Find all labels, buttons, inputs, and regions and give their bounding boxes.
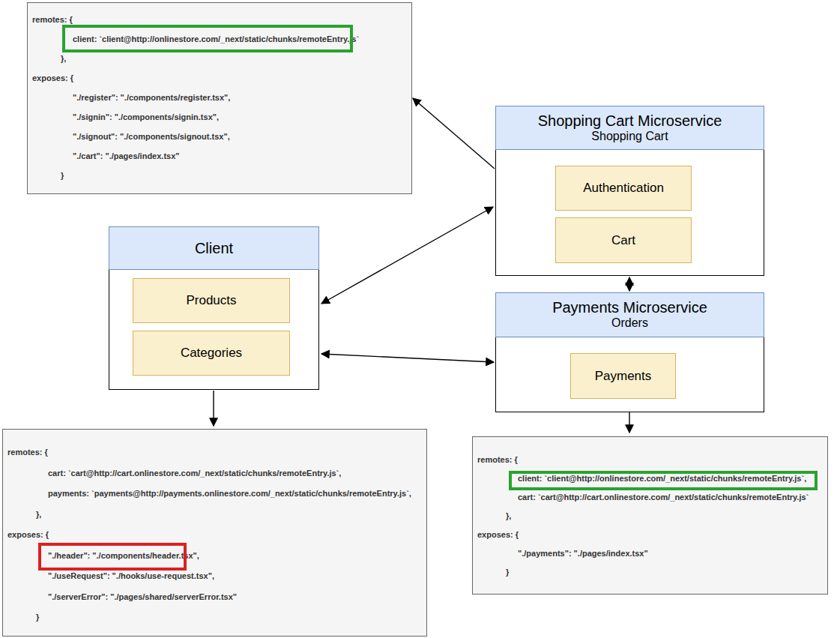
shopping-cart-service-subtitle: Shopping Cart bbox=[591, 130, 668, 143]
code-line: payments: `payments@http://payments.onli… bbox=[3, 484, 426, 505]
code-line: exposes: { bbox=[473, 526, 827, 544]
module-authentication: Authentication bbox=[555, 166, 692, 211]
microservices-diagram-canvas: remotes: { client: `client@http://online… bbox=[0, 0, 840, 638]
red-highlight-box bbox=[38, 543, 187, 571]
green-highlight-box bbox=[62, 25, 353, 52]
code-line: } bbox=[473, 563, 827, 582]
module-products: Products bbox=[133, 278, 290, 323]
payments-service-subtitle: Orders bbox=[611, 316, 648, 330]
shopping-cart-service-title: Shopping Cart Microservice bbox=[538, 112, 722, 130]
shopping-cart-service-box: Shopping Cart Microservice Shopping Cart… bbox=[495, 106, 764, 276]
code-line: "./signin": "./components/signin.tsx", bbox=[28, 107, 411, 127]
code-line: } bbox=[28, 166, 411, 185]
module-payments: Payments bbox=[570, 353, 676, 399]
code-line: "./signout": "./components/signout.tsx", bbox=[28, 127, 411, 146]
payments-service-title: Payments Microservice bbox=[552, 299, 707, 316]
code-block-client-config: remotes: { cart: `cart@http://cart.onlin… bbox=[2, 429, 427, 637]
payments-service-box: Payments Microservice Orders Payments bbox=[495, 292, 764, 412]
arrow-client-to-payments-service bbox=[321, 354, 494, 362]
code-line: remotes: { bbox=[3, 442, 426, 463]
payments-service-header: Payments Microservice Orders bbox=[495, 292, 764, 337]
code-line: } bbox=[3, 607, 426, 628]
code-line: remotes: { bbox=[473, 451, 827, 469]
module-categories: Categories bbox=[133, 331, 290, 376]
arrow-cart-service-to-cart-config bbox=[413, 98, 495, 169]
code-line: exposes: { bbox=[28, 68, 411, 88]
code-line: "./payments": "./pages/index.tsx" bbox=[473, 544, 827, 563]
code-line: }, bbox=[473, 507, 827, 526]
module-cart: Cart bbox=[555, 217, 692, 263]
shopping-cart-service-header: Shopping Cart Microservice Shopping Cart bbox=[495, 106, 764, 150]
code-line: "./register": "./components/register.tsx… bbox=[28, 88, 411, 107]
client-service-title: Client bbox=[195, 240, 233, 257]
code-line: cart: `cart@http://cart.onlinestore.com/… bbox=[3, 463, 426, 484]
code-block-shopping-cart-config: remotes: { client: `client@http://online… bbox=[27, 2, 412, 194]
code-line: "./serverError": "./pages/shared/serverE… bbox=[3, 587, 426, 608]
client-service-header: Client bbox=[109, 226, 319, 270]
code-block-payments-config: remotes: { client: `client@http://online… bbox=[472, 436, 828, 595]
code-line: }, bbox=[3, 505, 426, 526]
arrow-client-to-cart-service bbox=[321, 207, 493, 304]
code-line: cart: `cart@http://cart.onlinestore.com/… bbox=[473, 488, 827, 507]
code-line: "./cart": "./pages/index.tsx" bbox=[28, 146, 411, 166]
green-highlight-box bbox=[509, 471, 818, 490]
client-service-box: Client Products Categories bbox=[109, 226, 319, 390]
